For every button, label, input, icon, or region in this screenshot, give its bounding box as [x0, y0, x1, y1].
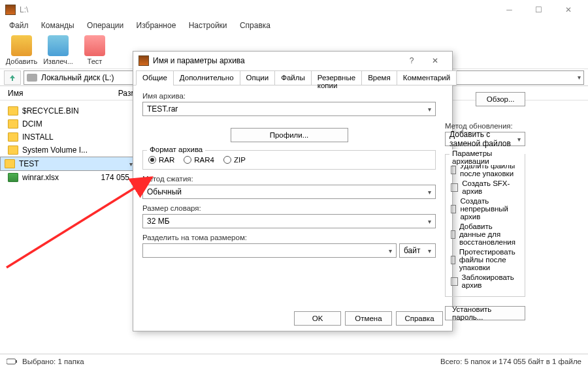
list-item[interactable]: DCIM [0, 117, 137, 130]
chk-test[interactable]: Протестировать файлы после упаковки [451, 248, 519, 271]
chevron-down-icon: ▾ [578, 74, 581, 81]
radio-icon [148, 156, 156, 164]
status-total: Всего: 5 папок и 174 055 байт в 1 файле [440, 358, 581, 365]
update-method-label: Метод обновления: [445, 122, 525, 130]
dialog-close-button[interactable]: ✕ [423, 52, 447, 70]
split-unit-select[interactable]: байт [399, 243, 436, 258]
disk-icon [27, 74, 37, 82]
dialog-title: Имя и параметры архива [153, 56, 400, 65]
dialog-tabs: Общие Дополнительно Опции Файлы Резервны… [133, 70, 452, 85]
minimize-button[interactable]: ─ [495, 0, 524, 20]
chk-lock[interactable]: Заблокировать архив [451, 273, 519, 289]
dict-select[interactable]: 32 МБ [142, 214, 436, 228]
radio-zip[interactable]: ZIP [223, 156, 246, 164]
checkbox-icon [451, 205, 456, 213]
dialog-icon [139, 55, 149, 66]
maximize-button[interactable]: ☐ [524, 0, 553, 20]
toolbar-test[interactable]: Тест [77, 34, 112, 67]
tab-backup[interactable]: Резервные копии [311, 70, 362, 85]
toolbar-add[interactable]: Добавить [4, 34, 39, 67]
checkbox-icon [451, 166, 456, 174]
cancel-button[interactable]: Отмена [345, 311, 392, 326]
archive-name-input[interactable]: TEST.rar [142, 102, 436, 116]
up-button[interactable] [4, 70, 21, 85]
ok-button[interactable]: OK [294, 311, 341, 326]
archive-name-label: Имя архива: [142, 92, 186, 100]
dialog-titlebar: Имя и параметры архива ? ✕ [133, 52, 452, 70]
menu-bar: Файл Команды Операции Избранное Настройк… [0, 20, 588, 33]
compression-select[interactable]: Обычный [142, 185, 436, 199]
toolbar-extract[interactable]: Извлеч... [41, 34, 76, 67]
tab-time[interactable]: Время [361, 70, 397, 85]
browse-button[interactable]: Обзор... [476, 92, 525, 106]
checkbox-icon [451, 256, 455, 264]
up-arrow-icon [8, 73, 17, 82]
svg-line-0 [7, 177, 152, 268]
radio-rar[interactable]: RAR [148, 156, 174, 164]
close-button[interactable]: ✕ [553, 0, 583, 20]
chk-solid[interactable]: Создать непрерывный архив [451, 197, 519, 221]
radio-icon [184, 156, 191, 164]
list-item[interactable]: winrar.xlsx174 055 [0, 171, 137, 184]
tab-advanced[interactable]: Дополнительно [173, 70, 240, 85]
list-item[interactable]: INSTALL [0, 130, 137, 144]
menu-help[interactable]: Справка [235, 20, 276, 31]
split-size-input[interactable] [142, 243, 397, 258]
window-titlebar: L:\ ─ ☐ ✕ [0, 0, 588, 20]
radio-rar4[interactable]: RAR4 [184, 156, 214, 164]
format-group: Формат архива RAR RAR4 ZIP [142, 150, 436, 170]
window-title: L:\ [20, 5, 495, 14]
app-icon [5, 5, 16, 15]
dialog-help-button[interactable]: ? [400, 52, 423, 70]
status-icon [7, 358, 18, 365]
xlsx-icon [8, 173, 18, 182]
tab-options[interactable]: Опции [240, 70, 276, 85]
tab-files[interactable]: Файлы [274, 70, 312, 85]
file-list: $RECYCLE.BIN DCIM INSTALL System Volume … [0, 104, 137, 184]
svg-rect-1 [7, 359, 16, 364]
params-group: Параметры архивации Удалить файлы после … [445, 154, 525, 297]
checkbox-icon [451, 230, 455, 239]
list-item-selected[interactable]: TEST [0, 157, 137, 171]
checkbox-icon [451, 277, 458, 286]
checkbox-icon [451, 183, 458, 192]
set-password-button[interactable]: Установить пароль... [445, 306, 525, 320]
folder-icon [8, 132, 18, 142]
menu-settings[interactable]: Настройки [184, 20, 233, 31]
dialog-footer: OK Отмена Справка [294, 311, 443, 326]
folder-icon [8, 119, 18, 129]
compression-label: Метод сжатия: [142, 175, 436, 183]
folder-icon [5, 159, 15, 168]
radio-icon [223, 156, 231, 164]
address-text: Локальный диск (L:) [41, 73, 114, 82]
archive-dialog: Имя и параметры архива ? ✕ Общие Дополни… [133, 51, 453, 331]
help-button[interactable]: Справка [396, 311, 443, 326]
list-item[interactable]: $RECYCLE.BIN [0, 104, 137, 117]
update-method-select[interactable]: Добавить с заменой файлов [445, 132, 525, 146]
svg-rect-2 [16, 360, 17, 363]
folder-icon [8, 146, 18, 155]
format-label: Формат архива [147, 146, 205, 153]
tab-general[interactable]: Общие [136, 70, 174, 85]
profiles-button[interactable]: Профили... [231, 128, 348, 142]
status-selected: Выбрано: 1 папка [22, 358, 84, 365]
split-label: Разделить на тома размером: [142, 234, 436, 241]
status-bar: Выбрано: 1 папка Всего: 5 папок и 174 05… [0, 354, 588, 368]
menu-favorites[interactable]: Избранное [131, 20, 182, 31]
dict-label: Размер словаря: [142, 204, 436, 212]
col-name[interactable]: Имя [8, 89, 106, 98]
tab-comment[interactable]: Комментарий [397, 70, 457, 85]
menu-commands[interactable]: Команды [36, 20, 80, 31]
menu-file[interactable]: Файл [4, 20, 34, 31]
folder-icon [8, 106, 18, 115]
params-label: Параметры архивации [449, 149, 525, 165]
chk-recovery[interactable]: Добавить данные для восстановления [451, 222, 519, 246]
menu-operations[interactable]: Операции [82, 20, 129, 31]
chk-sfx[interactable]: Создать SFX-архив [451, 179, 519, 195]
list-item[interactable]: System Volume I... [0, 144, 137, 157]
